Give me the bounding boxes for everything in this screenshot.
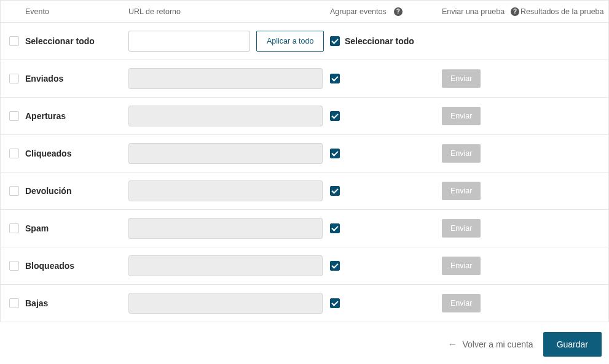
event-checkbox[interactable]	[9, 223, 19, 233]
event-checkbox[interactable]	[9, 149, 19, 158]
url-input-all[interactable]	[128, 31, 250, 52]
help-icon[interactable]: ?	[511, 7, 519, 16]
select-all-group-label: Seleccionar todo	[345, 36, 414, 46]
send-button[interactable]: Enviar	[442, 219, 481, 238]
table-row: Bloqueados Enviar	[1, 247, 608, 284]
event-label: Enviados	[25, 74, 128, 83]
arrow-left-icon: ←	[447, 339, 457, 350]
event-label: Devolución	[25, 186, 128, 196]
table-row: Devolución Enviar	[1, 172, 608, 209]
select-all-event-label: Seleccionar todo	[25, 36, 128, 46]
url-input[interactable]	[128, 255, 323, 276]
group-checkbox[interactable]	[330, 223, 340, 233]
url-input[interactable]	[128, 218, 323, 239]
url-input[interactable]	[128, 293, 323, 314]
url-input[interactable]	[128, 180, 323, 201]
header-url: URL de retorno	[128, 7, 330, 16]
event-label: Bajas	[25, 298, 128, 308]
footer: ← Volver a mi cuenta Guardar	[0, 322, 609, 357]
send-button[interactable]: Enviar	[442, 257, 481, 275]
back-link-label: Volver a mi cuenta	[462, 339, 533, 349]
table-row: Aperturas Enviar	[1, 97, 608, 134]
header-group-label: Agrupar eventos	[330, 7, 387, 16]
event-checkbox[interactable]	[9, 186, 19, 196]
table-row: Spam Enviar	[1, 209, 608, 247]
group-checkbox[interactable]	[330, 186, 340, 196]
send-button[interactable]: Enviar	[442, 69, 481, 88]
send-button[interactable]: Enviar	[442, 294, 481, 312]
table-row: Enviados Enviar	[1, 60, 608, 97]
select-all-event-checkbox[interactable]	[9, 36, 19, 46]
group-checkbox[interactable]	[330, 111, 340, 121]
header-event: Evento	[25, 7, 128, 16]
send-button[interactable]: Enviar	[442, 107, 481, 125]
header-send-label: Enviar una prueba	[442, 7, 505, 16]
apply-to-all-button[interactable]: Aplicar a todo	[256, 31, 324, 52]
help-icon[interactable]: ?	[394, 7, 403, 16]
header-send: Enviar una prueba ?	[442, 7, 521, 16]
event-label: Cliqueados	[25, 149, 128, 158]
url-input[interactable]	[128, 143, 323, 164]
table-row: Bajas Enviar	[1, 284, 608, 322]
send-button[interactable]: Enviar	[442, 182, 481, 200]
save-button[interactable]: Guardar	[543, 332, 602, 357]
table-row: Cliqueados Enviar	[1, 134, 608, 172]
group-checkbox[interactable]	[330, 261, 340, 271]
url-input[interactable]	[128, 106, 323, 126]
event-checkbox[interactable]	[9, 111, 19, 121]
header-group: Agrupar eventos ?	[330, 7, 442, 16]
select-all-row: Seleccionar todo Aplicar a todo Seleccio…	[1, 22, 608, 60]
send-button[interactable]: Enviar	[442, 144, 481, 163]
url-input[interactable]	[128, 68, 323, 89]
event-checkbox[interactable]	[9, 74, 19, 83]
event-label: Aperturas	[25, 111, 128, 121]
event-checkbox[interactable]	[9, 261, 19, 271]
header-results: Resultados de la prueba	[521, 7, 606, 16]
back-link[interactable]: ← Volver a mi cuenta	[447, 339, 533, 350]
event-label: Bloqueados	[25, 261, 128, 271]
event-checkbox[interactable]	[9, 298, 19, 308]
event-label: Spam	[25, 223, 128, 233]
group-checkbox[interactable]	[330, 149, 340, 158]
group-checkbox[interactable]	[330, 74, 340, 83]
select-all-group-checkbox[interactable]	[330, 36, 340, 46]
group-checkbox[interactable]	[330, 298, 340, 308]
table-header-row: Evento URL de retorno Agrupar eventos ? …	[1, 0, 608, 22]
